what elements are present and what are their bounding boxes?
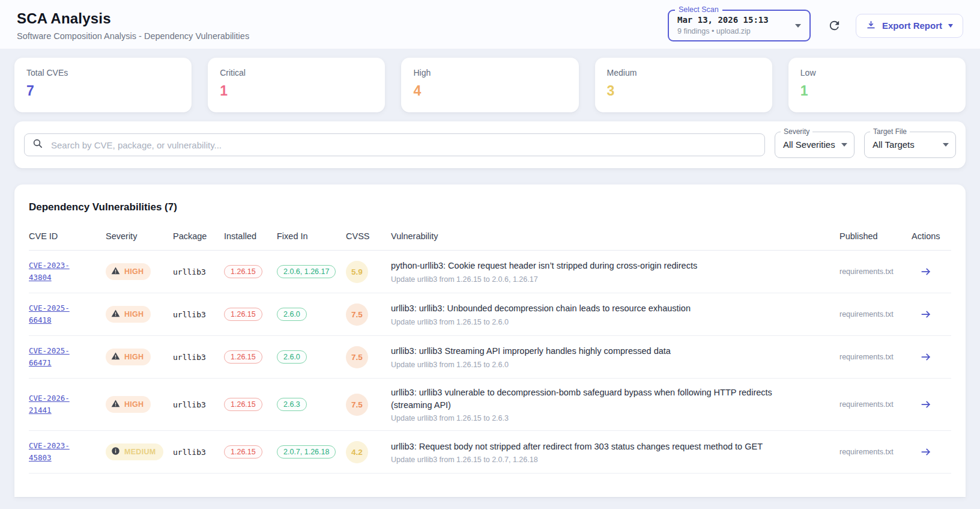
- cve-id-link[interactable]: CVE-2025-66471: [29, 345, 82, 369]
- stat-value: 7: [26, 83, 180, 99]
- stat-card-medium: Medium 3: [595, 58, 772, 112]
- severity-badge-label: HIGH: [124, 310, 144, 319]
- cve-id-link[interactable]: CVE-2026-21441: [29, 392, 82, 416]
- severity-badge-label: HIGH: [124, 400, 144, 409]
- stat-card-total: Total CVEs 7: [14, 58, 192, 112]
- fixed-version-pill: 2.0.6, 1.26.17: [277, 265, 336, 278]
- vulnerability-remediation: Update urllib3 from 1.26.15 to 2.6.0: [391, 361, 813, 369]
- package-cell: urllib3: [173, 448, 224, 457]
- vulnerability-title: python-urllib3: Cookie request header is…: [391, 260, 813, 272]
- cvss-badge: 7.5: [346, 303, 368, 326]
- installed-cell: 1.26.15: [224, 445, 277, 459]
- severity-badge-label: HIGH: [124, 353, 144, 361]
- stat-value: 3: [607, 83, 760, 99]
- chevron-down-icon: [841, 143, 847, 147]
- installed-version-pill: 1.26.15: [224, 445, 262, 459]
- vulnerability-title: urllib3: urllib3 Streaming API improperl…: [391, 345, 813, 358]
- severity-badge-label: HIGH: [124, 267, 144, 276]
- column-header-vulnerability: Vulnerability: [391, 231, 831, 241]
- severity-badge: HIGH: [106, 349, 151, 365]
- row-detail-arrow-button[interactable]: [918, 396, 934, 413]
- installed-version-pill: 1.26.15: [224, 350, 262, 364]
- row-detail-arrow-button[interactable]: [918, 443, 934, 460]
- cve-id-cell: CVE-2023-45803: [29, 440, 106, 464]
- download-icon: [866, 20, 876, 32]
- installed-cell: 1.26.15: [224, 265, 277, 278]
- installed-cell: 1.26.15: [224, 308, 277, 321]
- fixed-in-cell: 2.6.0: [277, 308, 346, 321]
- column-header-cve-id: CVE ID: [29, 231, 106, 241]
- vulnerability-cell: python-urllib3: Cookie request header is…: [391, 260, 831, 283]
- stat-card-low: Low 1: [788, 58, 966, 112]
- refresh-icon: [827, 25, 841, 34]
- arrow-right-icon: [920, 403, 932, 412]
- fixed-version-pill: 2.6.0: [277, 308, 307, 321]
- row-detail-arrow-button[interactable]: [918, 263, 934, 280]
- severity-badge: MEDIUM: [106, 443, 163, 460]
- severity-filter-select[interactable]: Severity All Severities: [775, 132, 854, 158]
- arrow-right-icon: [920, 356, 932, 365]
- severity-cell: MEDIUM: [106, 443, 173, 460]
- fixed-version-pill: 2.6.0: [277, 350, 307, 364]
- cve-id-link[interactable]: CVE-2025-66418: [29, 302, 82, 326]
- published-cell: requirements.txt: [831, 353, 909, 361]
- warning-triangle-icon: [111, 266, 120, 277]
- actions-cell: [909, 396, 951, 413]
- fixed-in-cell: 2.6.3: [277, 398, 346, 411]
- installed-version-pill: 1.26.15: [224, 398, 262, 411]
- stat-card-high: High 4: [401, 58, 578, 112]
- installed-version-pill: 1.26.15: [224, 308, 262, 321]
- stat-label: Total CVEs: [26, 68, 180, 78]
- cvss-cell: 7.5: [346, 346, 391, 368]
- column-header-fixed-in: Fixed In: [277, 231, 346, 241]
- row-detail-arrow-button[interactable]: [918, 306, 934, 323]
- stat-label: Low: [800, 68, 954, 78]
- severity-cell: HIGH: [106, 349, 173, 365]
- severity-cell: HIGH: [106, 396, 173, 413]
- cve-id-link[interactable]: CVE-2023-45803: [29, 440, 82, 464]
- package-cell: urllib3: [173, 310, 224, 319]
- vulnerability-cell: urllib3: Request body not stripped after…: [391, 440, 831, 464]
- severity-badge-label: MEDIUM: [124, 448, 156, 456]
- table-row: CVE-2026-21441 HIGH urllib3 1.26.15 2.6.…: [29, 379, 951, 431]
- target-file-filter-select[interactable]: Target File All Targets: [864, 132, 956, 158]
- chevron-down-icon: [943, 143, 949, 147]
- vulnerability-title: urllib3: urllib3 vulnerable to decompres…: [391, 386, 813, 412]
- severity-badge: HIGH: [106, 396, 151, 413]
- vulnerability-title: urllib3: Request body not stripped after…: [391, 440, 813, 453]
- fixed-in-cell: 2.0.6, 1.26.17: [277, 265, 346, 278]
- table-title: Dependency Vulnerabilities (7): [29, 201, 951, 213]
- stat-label: Critical: [220, 68, 373, 78]
- row-detail-arrow-button[interactable]: [918, 349, 934, 365]
- arrow-right-icon: [920, 313, 932, 322]
- refresh-button[interactable]: [825, 16, 844, 35]
- column-header-published: Published: [831, 231, 909, 241]
- severity-cell: HIGH: [106, 263, 173, 280]
- export-report-button[interactable]: Export Report: [856, 14, 963, 38]
- cve-id-link[interactable]: CVE-2023-43804: [29, 260, 82, 284]
- target-file-filter-label: Target File: [870, 127, 910, 136]
- fixed-version-pill: 2.6.3: [277, 398, 307, 411]
- column-header-actions: Actions: [909, 231, 951, 241]
- table-body: CVE-2023-43804 HIGH urllib3 1.26.15 2.0.…: [29, 251, 951, 474]
- scan-select-detail: 9 findings • upload.zip: [677, 27, 785, 35]
- scan-select[interactable]: Select Scan Mar 13, 2026 15:13 9 finding…: [668, 10, 811, 41]
- fixed-version-pill: 2.0.7, 1.26.18: [277, 445, 336, 459]
- package-cell: urllib3: [173, 400, 224, 409]
- table-header-row: CVE ID Severity Package Installed Fixed …: [29, 231, 951, 251]
- vulnerability-remediation: Update urllib3 from 1.26.15 to 2.0.6, 1.…: [391, 275, 813, 284]
- column-header-package: Package: [173, 231, 224, 241]
- search-input[interactable]: [50, 139, 757, 151]
- table-row: CVE-2025-66471 HIGH urllib3 1.26.15 2.6.…: [29, 336, 951, 379]
- severity-filter-label: Severity: [781, 127, 812, 136]
- cve-id-cell: CVE-2025-66471: [29, 345, 106, 369]
- page-heading: SCA Analysis Software Composition Analys…: [17, 10, 249, 41]
- arrow-right-icon: [920, 270, 932, 279]
- stat-value: 1: [800, 83, 954, 99]
- cvss-cell: 7.5: [346, 394, 391, 416]
- cvss-badge: 4.2: [346, 441, 368, 463]
- stats-row: Total CVEs 7 Critical 1 High 4 Medium 3 …: [0, 49, 980, 112]
- actions-cell: [909, 349, 951, 365]
- fixed-in-cell: 2.6.0: [277, 350, 346, 364]
- cvss-cell: 4.2: [346, 441, 391, 463]
